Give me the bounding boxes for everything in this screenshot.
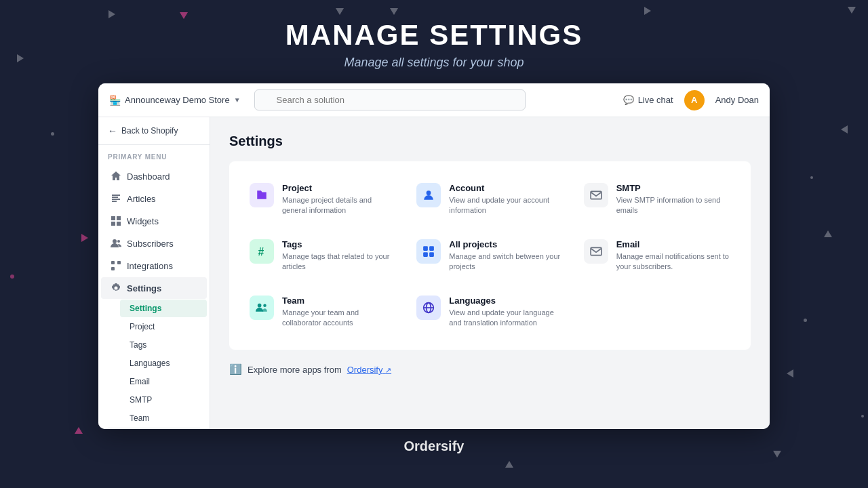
top-bar-right: 💬 Live chat A Andy Doan <box>623 90 759 110</box>
all-projects-card-content: All projects Manage and switch between y… <box>449 239 563 272</box>
app-window: 🏪 Announceway Demo Store ▼ 🔍 💬 Live chat… <box>98 83 770 429</box>
languages-card-title: Languages <box>449 296 563 306</box>
primary-menu-label: PRIMARY MENU <box>98 145 210 165</box>
sidebar-item-integrations[interactable]: Integrations <box>101 255 207 277</box>
explore-info-icon: ℹ️ <box>229 363 242 375</box>
email-card-desc: Manage email notifications sent to your … <box>616 251 730 272</box>
svg-rect-0 <box>112 195 120 196</box>
back-arrow-icon: ← <box>108 125 117 136</box>
svg-rect-23 <box>429 252 434 257</box>
page-hero-title: MANAGE SETTINGS <box>0 19 868 52</box>
avatar: A <box>684 90 705 110</box>
sidebar-item-settings[interactable]: Settings <box>101 277 207 299</box>
sidebar-subitem-languages[interactable]: Languages <box>120 354 207 372</box>
svg-rect-22 <box>423 252 428 257</box>
svg-point-17 <box>427 190 431 195</box>
email-card-title: Email <box>616 239 730 249</box>
account-store-section-label: ACCOUNT & STORE 👁 <box>98 428 210 429</box>
smtp-card-title: SMTP <box>616 183 730 193</box>
chat-icon: 💬 <box>623 95 634 105</box>
all-projects-card-icon <box>416 239 441 264</box>
back-to-shopify-link[interactable]: ← Back to Shopify <box>98 117 210 145</box>
team-card-desc: Manage your team and collaborator accoun… <box>282 308 396 329</box>
user-name: Andy Doan <box>715 95 759 105</box>
sidebar-subitem-settings[interactable]: Settings <box>120 300 207 317</box>
articles-icon <box>111 193 121 204</box>
settings-card-project[interactable]: Project Manage project details and gener… <box>240 172 406 227</box>
settings-card-all-projects[interactable]: All projects Manage and switch between y… <box>407 228 572 283</box>
store-selector[interactable]: 🏪 Announceway Demo Store ▼ <box>109 95 241 106</box>
sidebar-settings-label: Settings <box>127 283 161 293</box>
explore-link-text: Ordersify <box>347 365 383 375</box>
tags-card-content: Tags Manage tags that related to your ar… <box>282 239 396 272</box>
project-card-icon <box>250 183 274 207</box>
svg-rect-11 <box>117 261 121 264</box>
back-label: Back to Shopify <box>121 126 178 136</box>
sidebar-item-subscribers[interactable]: Subscribers <box>101 232 207 254</box>
svg-rect-24 <box>591 247 601 255</box>
languages-card-content: Languages View and update your language … <box>449 296 563 329</box>
settings-card-smtp[interactable]: SMTP View SMTP information to send email… <box>574 172 740 227</box>
account-card-desc: View and update your account information <box>449 195 563 216</box>
sidebar-dashboard-label: Dashboard <box>127 171 170 182</box>
explore-section: ℹ️ Explore more apps from Ordersify ↗ <box>229 363 751 375</box>
store-name: Announceway Demo Store <box>125 95 230 105</box>
sidebar-integrations-label: Integrations <box>127 261 173 271</box>
svg-point-26 <box>263 304 267 307</box>
svg-point-13 <box>115 287 118 290</box>
sidebar-item-widgets[interactable]: Widgets <box>101 210 207 232</box>
settings-card-email[interactable]: Email Manage email notifications sent to… <box>574 228 740 283</box>
svg-rect-3 <box>112 201 117 202</box>
svg-rect-12 <box>111 267 115 270</box>
settings-card-tags[interactable]: # Tags Manage tags that related to your … <box>240 228 406 283</box>
svg-rect-21 <box>429 246 434 251</box>
sidebar-subitem-smtp[interactable]: SMTP <box>120 391 207 409</box>
empty-cell <box>574 285 740 340</box>
main-layout: ← Back to Shopify PRIMARY MENU Dashboard… <box>98 117 770 429</box>
smtp-card-desc: View SMTP information to send emails <box>616 195 730 216</box>
smtp-card-content: SMTP View SMTP information to send email… <box>616 183 730 216</box>
store-icon: 🏪 <box>109 95 121 106</box>
sidebar-subitem-project[interactable]: Project <box>120 318 207 336</box>
svg-point-25 <box>258 303 262 307</box>
sidebar-subitem-team[interactable]: Team <box>120 409 207 427</box>
tags-card-icon: # <box>250 239 274 264</box>
project-card-title: Project <box>282 183 396 193</box>
svg-rect-6 <box>111 222 115 226</box>
svg-rect-20 <box>423 246 428 251</box>
home-icon <box>111 171 121 182</box>
svg-rect-1 <box>112 197 118 198</box>
page-title: Settings <box>229 134 751 149</box>
settings-submenu: Settings Project Tags Languages Email SM… <box>98 300 210 427</box>
tags-card-desc: Manage tags that related to your article… <box>282 251 396 272</box>
live-chat-button[interactable]: 💬 Live chat <box>623 95 673 105</box>
widgets-icon <box>111 216 121 226</box>
settings-card-languages[interactable]: Languages View and update your language … <box>407 285 572 340</box>
explore-ordersify-link[interactable]: Ordersify ↗ <box>347 365 391 375</box>
explore-text: Explore more apps from <box>248 365 342 375</box>
sidebar-articles-label: Articles <box>127 194 156 204</box>
settings-card-team[interactable]: Team Manage your team and collaborator a… <box>240 285 406 340</box>
sidebar-subitem-tags[interactable]: Tags <box>120 336 207 354</box>
search-input[interactable] <box>254 89 526 110</box>
top-bar: 🏪 Announceway Demo Store ▼ 🔍 💬 Live chat… <box>98 83 770 117</box>
content-area: Settings Project Manage project details … <box>210 117 770 429</box>
tags-card-title: Tags <box>282 239 396 249</box>
svg-rect-4 <box>111 216 115 220</box>
svg-text:#: # <box>258 245 264 257</box>
svg-rect-7 <box>117 222 121 226</box>
project-card-desc: Manage project details and general infor… <box>282 195 396 216</box>
page-hero-subtitle: Manage all settings for your shop <box>0 56 868 70</box>
settings-card-account[interactable]: Account View and update your account inf… <box>407 172 572 227</box>
sidebar-widgets-label: Widgets <box>127 216 159 226</box>
sidebar-subitem-email[interactable]: Email <box>120 373 207 390</box>
sidebar-item-articles[interactable]: Articles <box>101 188 207 209</box>
subscribers-icon <box>111 238 121 249</box>
external-link-icon: ↗ <box>385 366 391 374</box>
live-chat-label: Live chat <box>638 95 673 105</box>
footer-brand: Ordersify <box>0 439 868 454</box>
account-card-content: Account View and update your account inf… <box>449 183 563 216</box>
sidebar-item-dashboard[interactable]: Dashboard <box>101 165 207 187</box>
email-card-icon <box>584 239 608 264</box>
languages-card-icon <box>416 296 441 320</box>
